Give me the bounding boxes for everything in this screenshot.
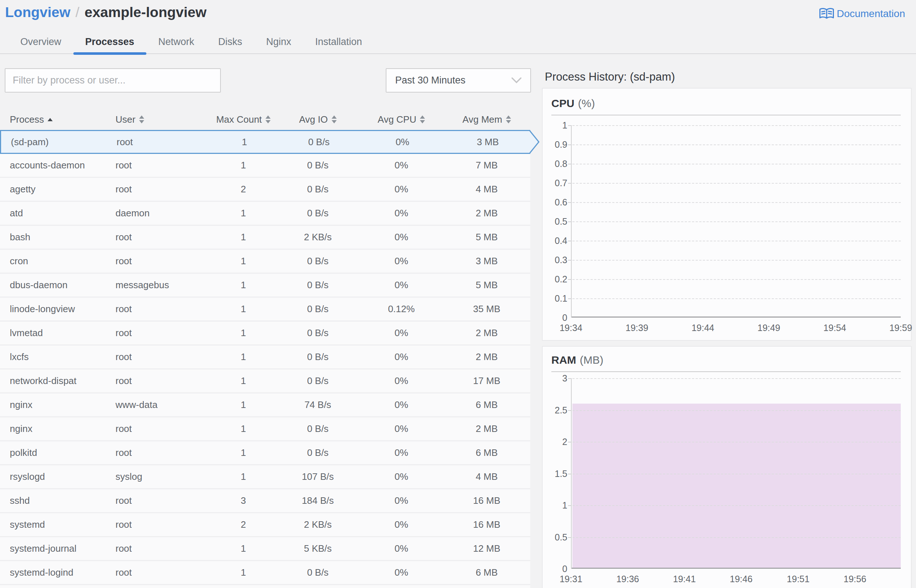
process-history-panel: Process History: (sd-pam) CPU(%) 10.90.8… [542,65,912,588]
table-cell: 1 [210,375,276,386]
tab-processes[interactable]: Processes [73,31,146,53]
table-row[interactable]: accounts-daemonroot10 B/s0%7 MB [0,154,530,178]
chevron-down-icon [511,75,521,86]
sort-icon [506,115,511,123]
process-filter-input[interactable] [5,68,221,92]
table-cell: 2 MB [443,351,530,363]
tab-bar: Overview Processes Network Disks Nginx I… [0,31,916,54]
column-header-avg-cpu[interactable]: Avg CPU [359,114,443,125]
table-cell: 0 B/s [276,184,359,195]
table-row[interactable]: systemdroot22 KB/s0%16 MB [0,513,530,537]
tab-network[interactable]: Network [146,31,206,53]
axis-tick [568,183,572,184]
column-header-max-count[interactable]: Max Count [210,114,276,125]
table-row[interactable]: systemd-logindroot10 B/s0%6 MB [0,561,530,585]
table-cell: 5 MB [443,279,530,291]
tab-overview[interactable]: Overview [8,31,73,53]
y-axis-label: 0.7 [555,178,567,188]
table-cell: 0% [359,184,443,195]
table-cell: 2 [210,519,276,530]
table-row[interactable]: (sd-pam)root10 B/s0%3 MB [0,130,530,154]
table-cell: root [109,184,210,195]
column-header-avg-io[interactable]: Avg IO [276,114,359,125]
table-cell: 0 B/s [276,279,359,291]
axis-tick [568,537,572,538]
gridline [573,144,901,145]
axis-tick [568,241,572,241]
x-axis-label: 19:59 [890,323,912,333]
table-cell: 0.12% [359,304,443,315]
gridline [573,279,901,280]
table-row[interactable]: atddaemon10 B/s0%2 MB [0,202,530,226]
time-range-value: Past 30 Minutes [395,75,466,86]
table-cell: 0% [359,375,443,386]
table-cell: systemd-journal [0,543,109,554]
table-cell: root [109,567,210,578]
table-row[interactable]: lxcfsroot10 B/s0%2 MB [0,346,530,370]
y-axis-label: 0.2 [555,274,567,284]
chart-title-text: RAM [551,354,576,366]
table-row[interactable]: dbus-daemonmessagebus10 B/s0%5 MB [0,274,530,298]
x-axis-label: 19:56 [844,574,867,584]
table-cell: 0% [359,471,443,482]
y-axis-label: 1 [562,500,567,511]
column-header-avg-mem[interactable]: Avg Mem [443,114,530,125]
table-cell: 0% [359,519,443,530]
table-row[interactable]: systemd-journalroot15 KB/s0%12 MB [0,537,530,561]
table-cell: www-data [109,399,210,410]
tab-nginx[interactable]: Nginx [254,31,303,53]
table-row[interactable]: cronroot10 B/s0%3 MB [0,250,530,274]
table-row[interactable]: linode-longviewroot10 B/s0.12%35 MB [0,298,530,321]
axis-tick [568,505,572,506]
table-row[interactable]: bashroot12 KB/s0%5 MB [0,226,530,250]
y-axis-label: 2.5 [555,405,567,415]
breadcrumb-longview-link[interactable]: Longview [5,4,70,20]
table-row[interactable]: rsyslogdsyslog1107 B/s0%4 MB [0,465,530,489]
table-cell: root [109,375,210,386]
chart-title-unit: (%) [578,97,595,109]
table-cell: 1 [210,208,276,219]
axis-tick [568,410,572,411]
table-row[interactable]: nginxwww-data174 B/s0%6 MB [0,393,530,417]
table-cell: 184 B/s [276,495,359,506]
table-row[interactable]: polkitdroot10 B/s0%6 MB [0,441,530,465]
table-cell: 1 [210,304,276,315]
table-cell: 6 MB [443,567,530,578]
chart-title-text: CPU [551,97,574,109]
table-cell: 0% [359,399,443,410]
cpu-plot-area [571,125,901,318]
table-row[interactable]: agettyroot20 B/s0%4 MB [0,178,530,202]
axis-tick [568,164,572,165]
process-table-header: Process User Max Count Avg IO Avg CPU Av… [0,109,530,130]
time-range-select[interactable]: Past 30 Minutes [386,68,531,92]
table-row[interactable]: sshdroot3184 B/s0%16 MB [0,489,530,513]
axis-tick [568,202,572,203]
column-label: Max Count [216,114,262,125]
table-cell: rsyslogd [0,471,109,482]
table-cell: 0% [359,327,443,339]
x-axis-label: 19:44 [691,323,714,333]
table-cell: root [109,255,210,267]
table-cell: 1 [210,255,276,267]
cpu-y-axis: 10.90.80.70.60.50.40.30.20.10 [551,125,567,318]
y-axis-label: 0.4 [555,236,567,246]
table-row[interactable]: lvmetadroot10 B/s0%2 MB [0,321,530,346]
table-cell: 1 [210,399,276,410]
tab-disks[interactable]: Disks [206,31,254,53]
documentation-link[interactable]: Documentation [819,7,905,20]
gridline [573,442,901,443]
table-row[interactable]: nginxroot10 B/s0%2 MB [0,417,530,441]
selected-row-arrow [529,130,540,154]
y-axis-label: 1 [562,120,567,131]
table-row[interactable]: networkd-dispatroot10 B/s0%17 MB [0,370,530,393]
column-header-process[interactable]: Process [0,114,109,125]
table-cell: (sd-pam) [1,136,110,148]
x-axis-label: 19:49 [757,323,780,333]
column-label: Process [10,114,44,125]
sort-icon [139,115,144,123]
table-cell: accounts-daemon [0,160,109,171]
ram-x-axis: 19:3119:3619:4119:4619:5119:56 [571,571,901,587]
column-header-user[interactable]: User [109,114,210,125]
tab-installation[interactable]: Installation [303,31,374,53]
table-cell: 2 MB [443,208,530,219]
